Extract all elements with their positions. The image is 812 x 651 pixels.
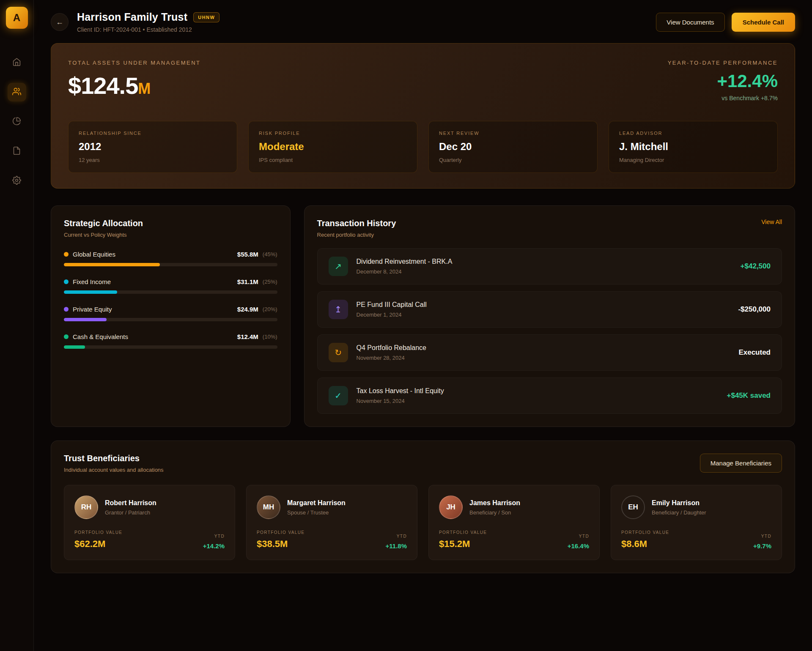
transaction-row[interactable]: Q4 Portfolio Rebalance November 28, 2024… (317, 334, 782, 371)
allocation-color-dot (64, 252, 69, 257)
page-title: Harrison Family Trust (77, 11, 187, 23)
avatar: RH (74, 495, 98, 519)
transaction-info: PE Fund III Capital Call December 1, 202… (357, 301, 730, 318)
transaction-list: Dividend Reinvestment - BRK.A December 8… (317, 248, 782, 414)
portfolio-value: $15.2M (439, 539, 487, 550)
beneficiary-name: James Harrison (469, 499, 520, 507)
ytd-benchmark: vs Benchmark +8.7% (668, 95, 778, 101)
allocation-value: $24.9M (237, 306, 258, 313)
beneficiaries-grid: RH Robert Harrison Grantor / Patriarch P… (64, 485, 782, 560)
allocation-color-dot (64, 307, 69, 312)
stat-label: RELATIONSHIP SINCE (79, 131, 227, 136)
trend-up-icon (335, 261, 342, 271)
allocation-percent: (45%) (263, 251, 277, 257)
allocation-list: Global Equities $55.8M (45%) (64, 251, 277, 349)
stat-label: LEAD ADVISOR (619, 131, 767, 136)
stat-card: LEAD ADVISOR J. Mitchell Managing Direct… (609, 121, 778, 173)
stat-sub: Managing Director (619, 157, 767, 163)
ytd-block: YTD +14.2% (203, 534, 225, 550)
aum-block: TOTAL ASSETS UNDER MANAGEMENT $124.5M (68, 60, 201, 99)
hero-stats: RELATIONSHIP SINCE 2012 12 years RISK PR… (68, 121, 778, 173)
transaction-date: December 8, 2024 (357, 268, 732, 275)
ytd-performance-value: +12.4% (668, 71, 778, 91)
allocation-bar-fill (64, 290, 117, 294)
beneficiary-card[interactable]: EH Emily Harrison Beneficiary / Daughter… (611, 485, 782, 560)
stat-value: Moderate (259, 141, 407, 153)
portfolio-value-label: PORTFOLIO VALUE (439, 530, 487, 535)
allocation-bar-track (64, 290, 277, 294)
allocation-value: $31.1M (237, 278, 258, 285)
beneficiary-role: Beneficiary / Daughter (652, 509, 706, 516)
beneficiary-card[interactable]: RH Robert Harrison Grantor / Patriarch P… (64, 485, 235, 560)
allocation-label: Private Equity (73, 306, 233, 313)
view-documents-button[interactable]: View Documents (656, 13, 724, 32)
sidebar-item-clients[interactable] (8, 83, 26, 101)
main-content: ← Harrison Family Trust UHNW Client ID: … (34, 0, 812, 651)
middle-grid: Strategic Allocation Current vs Policy W… (51, 205, 795, 427)
beneficiary-identity: Robert Harrison Grantor / Patriarch (105, 499, 156, 516)
portfolio-value-label: PORTFOLIO VALUE (621, 530, 669, 535)
uhnw-badge: UHNW (193, 12, 219, 22)
allocation-bar-fill (64, 345, 85, 349)
portfolio-value: $38.5M (257, 539, 304, 550)
ytd-value: +9.7% (753, 542, 771, 550)
page-header: ← Harrison Family Trust UHNW Client ID: … (51, 0, 795, 43)
stat-label: RISK PROFILE (259, 131, 407, 136)
aum-value: $124.5M (68, 72, 201, 99)
portfolio-value-block: PORTFOLIO VALUE $8.6M (621, 530, 669, 550)
beneficiary-card[interactable]: MH Margaret Harrison Spouse / Trustee PO… (246, 485, 417, 560)
users-icon (12, 87, 21, 98)
transaction-title: Q4 Portfolio Rebalance (357, 344, 730, 352)
pie-chart-icon (12, 117, 21, 127)
allocation-bar-track (64, 345, 277, 349)
avatar: JH (439, 495, 463, 519)
beneficiary-role: Spouse / Trustee (287, 509, 346, 516)
allocation-row: Global Equities $55.8M (45%) (64, 251, 277, 266)
sidebar-item-documents[interactable] (8, 142, 26, 161)
transaction-row[interactable]: Dividend Reinvestment - BRK.A December 8… (317, 248, 782, 284)
stat-label: NEXT REVIEW (439, 131, 587, 136)
portfolio-value-block: PORTFOLIO VALUE $38.5M (257, 530, 304, 550)
ytd-block: YTD +16.4% (568, 534, 589, 550)
schedule-call-button[interactable]: Schedule Call (732, 13, 795, 32)
header-actions: View Documents Schedule Call (656, 13, 795, 32)
stat-card: NEXT REVIEW Dec 20 Quarterly (428, 121, 598, 173)
beneficiary-identity: Emily Harrison Beneficiary / Daughter (652, 499, 706, 516)
sidebar-item-portfolio[interactable] (8, 112, 26, 131)
transaction-title: Dividend Reinvestment - BRK.A (357, 258, 732, 265)
allocation-subtitle: Current vs Policy Weights (64, 232, 143, 238)
strategic-allocation-panel: Strategic Allocation Current vs Policy W… (51, 205, 291, 427)
transaction-title: Tax Loss Harvest - Intl Equity (357, 387, 719, 395)
portfolio-value-block: PORTFOLIO VALUE $15.2M (439, 530, 487, 550)
transaction-row[interactable]: PE Fund III Capital Call December 1, 202… (317, 291, 782, 328)
tax-check-icon (335, 391, 342, 401)
allocation-label: Global Equities (73, 251, 233, 258)
transaction-history-panel: Transaction History Recent portfolio act… (304, 205, 795, 427)
ytd-label: YTD (386, 534, 407, 539)
beneficiary-card[interactable]: JH James Harrison Beneficiary / Son PORT… (428, 485, 600, 560)
aum-label: TOTAL ASSETS UNDER MANAGEMENT (68, 60, 201, 66)
allocation-value: $12.4M (237, 333, 258, 340)
allocation-bar-fill (64, 263, 160, 266)
back-button[interactable]: ← (51, 13, 69, 31)
stat-card: RELATIONSHIP SINCE 2012 12 years (68, 121, 237, 173)
portfolio-value: $62.2M (74, 539, 122, 550)
sidebar-item-home[interactable] (8, 53, 26, 72)
stat-card: RISK PROFILE Moderate IPS compliant (248, 121, 417, 173)
beneficiaries-title: Trust Beneficiaries (64, 454, 164, 463)
allocation-percent: (25%) (263, 279, 277, 285)
transactions-subtitle: Recent portfolio activity (317, 232, 396, 238)
app-logo[interactable]: A (6, 7, 28, 29)
beneficiaries-subtitle: Individual account values and allocation… (64, 467, 164, 473)
transaction-icon-box (329, 300, 348, 319)
transaction-icon-box (329, 343, 348, 362)
transaction-icon-box (329, 257, 348, 276)
allocation-bar-track (64, 263, 277, 266)
beneficiary-name: Margaret Harrison (287, 499, 346, 507)
manage-beneficiaries-button[interactable]: Manage Beneficiaries (700, 454, 782, 473)
transaction-row[interactable]: Tax Loss Harvest - Intl Equity November … (317, 377, 782, 414)
sidebar-item-settings[interactable] (8, 172, 26, 190)
transaction-date: November 28, 2024 (357, 355, 730, 361)
stat-value: J. Mitchell (619, 141, 767, 153)
view-all-link[interactable]: View All (761, 219, 782, 225)
